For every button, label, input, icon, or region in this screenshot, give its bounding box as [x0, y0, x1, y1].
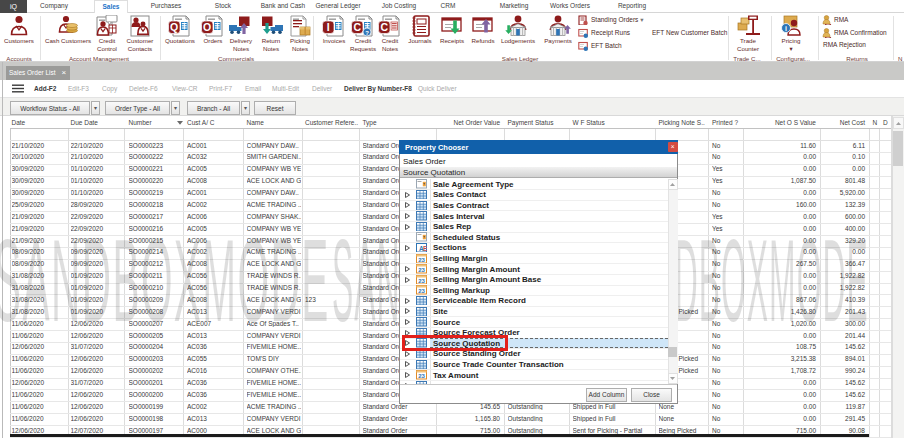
svg-text:23: 23 [418, 288, 425, 294]
svg-text:i: i [785, 25, 787, 32]
svg-text:23: 23 [418, 257, 425, 263]
svg-text:23: 23 [418, 373, 425, 379]
svg-text:Q: Q [170, 21, 178, 33]
svg-text:C: C [380, 21, 388, 33]
svg-text:E: E [423, 244, 427, 251]
svg-text:C: C [353, 21, 361, 33]
svg-text:I: I [327, 21, 330, 33]
svg-text:O: O [203, 21, 211, 33]
svg-text:?: ? [365, 30, 369, 36]
svg-text:23: 23 [418, 278, 425, 284]
svg-text:23: 23 [418, 267, 425, 273]
